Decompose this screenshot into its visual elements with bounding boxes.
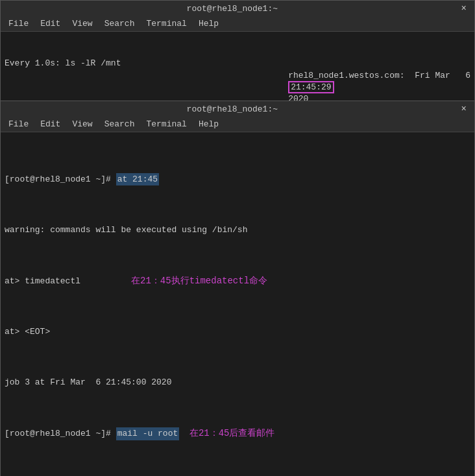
menu-view1[interactable]: View <box>67 18 97 30</box>
at-cmd: at 21:45 <box>116 173 159 186</box>
annotation1: 在21：45执行timedatectl命令 <box>131 274 267 288</box>
window2-title: root@rhel8_node1:~ <box>6 104 459 114</box>
at-prompt1: at> timedatectl <box>5 275 80 288</box>
menu-edit2[interactable]: Edit <box>35 118 66 130</box>
terminal-content2: [root@rhel8_node1 ~]# at 21:45 warning: … <box>1 132 474 476</box>
menu-search1[interactable]: Search <box>99 18 140 30</box>
prompt1: [root@rhel8_node1 ~]# <box>5 173 111 186</box>
menu-view2[interactable]: View <box>67 118 97 130</box>
menu-terminal2[interactable]: Terminal <box>141 118 191 130</box>
menubar1: File Edit View Search Terminal Help <box>1 16 474 32</box>
close-button2[interactable]: × <box>459 104 469 114</box>
window1-title: root@rhel8_node1:~ <box>6 4 459 14</box>
at-eot-line: at> <EOT> <box>5 326 470 339</box>
menu-help1[interactable]: Help <box>193 18 224 30</box>
mail-cmd: mail -u root <box>116 427 180 440</box>
titlebar2: root@rhel8_node1:~ × <box>1 101 474 117</box>
mail-command-line: [root@rhel8_node1 ~]# mail -u root 在21：4… <box>5 427 470 440</box>
menu-edit1[interactable]: Edit <box>35 18 66 30</box>
warning-line: warning: commands will be executed using… <box>5 224 470 237</box>
titlebar1: root@rhel8_node1:~ × <box>1 1 474 16</box>
close-button1[interactable]: × <box>459 3 469 14</box>
time-value: 21:45:29 <box>288 81 334 93</box>
menu-search2[interactable]: Search <box>99 118 140 130</box>
job-line: job 3 at Fri Mar 6 21:45:00 2020 <box>5 376 470 389</box>
menu-file2[interactable]: File <box>3 118 34 130</box>
prompt2: [root@rhel8_node1 ~]# <box>5 427 111 440</box>
window2: root@rhel8_node1:~ × File Edit View Sear… <box>0 101 475 476</box>
menubar2: File Edit View Search Terminal Help <box>1 117 474 132</box>
menu-help2[interactable]: Help <box>193 118 224 130</box>
at-command-line: [root@rhel8_node1 ~]# at 21:45 <box>5 173 470 186</box>
annotation2: 在21：45后查看邮件 <box>189 427 275 440</box>
menu-file1[interactable]: File <box>3 18 34 30</box>
menu-terminal1[interactable]: Terminal <box>141 18 191 30</box>
watch-cmd: Every 1.0s: ls -lR /mnt <box>5 58 121 69</box>
at-timedatectl-line: at> timedatectl 在21：45执行timedatectl命令 <box>5 274 470 288</box>
